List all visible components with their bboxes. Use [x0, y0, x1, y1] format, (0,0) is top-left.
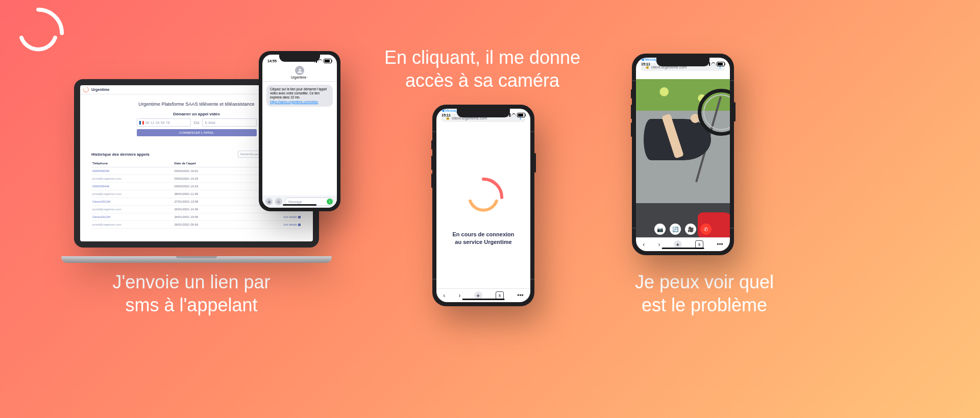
home-indicator	[283, 204, 316, 206]
toggle-video-button[interactable]: 🎥	[685, 224, 696, 235]
caption-line: J'envoie un lien par	[112, 272, 270, 292]
cell-who: pmiel@urgetime.com	[91, 206, 173, 213]
phone-loading-mockup: 15:11 ◀ Messages 🔒 client.urgentime.com …	[432, 105, 534, 306]
urgentime-logo	[10, 5, 66, 61]
caption-step2: En cliquant, il me donne accès à sa camé…	[357, 46, 607, 92]
urgentime-logo-icon	[82, 86, 89, 93]
cell-who: pmiel@urgetime.com	[91, 221, 173, 229]
avatar-icon	[295, 66, 304, 75]
starter-title: Démarrer un appel vidéo	[137, 112, 257, 116]
cell-date: 28/01/2021 11:39	[173, 190, 241, 198]
cell-who: Gérard31194	[91, 213, 173, 221]
caption-line: En cliquant, il me donne	[384, 47, 580, 68]
cell-who: 0300359446	[91, 183, 173, 190]
sms-text: Cliquez sur le lien pour démarrer l'appe…	[270, 87, 327, 99]
table-row[interactable]: Gérard3119426/01/2021 10:09Voir détails	[91, 213, 302, 221]
hangup-button[interactable]: ✆	[700, 224, 712, 235]
nav-forward-icon[interactable]: ›	[458, 292, 460, 299]
video-stream: 📷 🔄 🎥 ✆	[636, 79, 730, 238]
flag-fr-icon	[139, 121, 144, 125]
cell-who: 0300356340	[91, 167, 173, 175]
cell-date: 26/01/2021 14:36	[173, 206, 241, 213]
cell-report[interactable]: Voir détails	[241, 213, 302, 221]
cell-date: 03/02/2021 14:29	[173, 175, 241, 183]
history-title: Historique des derniers appels	[91, 152, 150, 157]
cell-date: 26/01/2021 10:09	[173, 213, 241, 221]
phone-video-mockup: 15:11 ◀ Messages 🔒 client.urgentime.com …	[632, 54, 734, 255]
caption-line: est le problème	[642, 294, 767, 315]
caption-line: accès à sa caméra	[405, 70, 559, 91]
loading-text: En cours de connexion	[452, 231, 514, 237]
cell-who: pmiel@urgetime.com	[91, 175, 173, 183]
wifi-icon	[511, 113, 516, 117]
col-date: Date de l'appel	[173, 160, 241, 167]
clock: 15:11	[641, 62, 650, 66]
loading-text: au service Urgentime	[455, 239, 511, 245]
col-phone: Téléphone	[91, 160, 173, 167]
home-indicator	[462, 299, 505, 300]
battery-icon	[717, 62, 725, 66]
sms-link[interactable]: https://samu.urgentime.com/video	[270, 100, 318, 104]
caption-line: Je peux voir quel	[635, 272, 774, 292]
sms-compose-bar: ◉ A Message ↑	[262, 195, 337, 208]
cell-date: 03/02/2021 16:01	[173, 167, 241, 175]
nav-back-icon[interactable]: ‹	[443, 292, 445, 299]
or-separator: OU	[193, 120, 201, 125]
clock: 15:11	[442, 113, 451, 117]
contact-name: Urgentime	[291, 76, 306, 79]
start-call-button[interactable]: COMMENCER L'APPEL	[137, 129, 257, 136]
caption-step1: J'envoie un lien par sms à l'appelant	[87, 271, 296, 316]
appstore-icon[interactable]: A	[275, 198, 282, 205]
home-indicator	[662, 248, 704, 249]
caption-line: sms à l'appelant	[125, 294, 257, 315]
video-controls: 📷 🔄 🎥 ✆	[636, 224, 730, 235]
sms-bubble: Cliquez sur le lien pour démarrer l'appe…	[266, 85, 333, 107]
brand-name: Urgentime	[91, 87, 110, 92]
phone-sms-mockup: 14:55 Urgentime › Cliquez sur le lien po…	[259, 51, 340, 211]
caption-step3: Je peux voir quel est le problème	[600, 271, 809, 316]
wifi-icon	[711, 62, 716, 66]
nav-forward-icon[interactable]: ›	[658, 241, 660, 248]
send-button[interactable]: ↑	[327, 199, 333, 205]
sms-header: Urgentime ›	[262, 66, 337, 82]
cell-date: 26/01/2021 09:26	[173, 221, 241, 229]
email-placeholder: E-Mail	[205, 120, 215, 125]
clock: 14:55	[267, 59, 277, 63]
cell-who: pmiel@urgetime.com	[91, 190, 173, 198]
table-row[interactable]: pmiel@urgetime.com26/01/2021 09:26Voir d…	[91, 221, 302, 229]
sms-input-placeholder: Message	[288, 200, 302, 204]
camera-icon[interactable]: ◉	[265, 198, 273, 205]
email-input[interactable]: E-Mail	[202, 118, 256, 127]
loading-view: En cours de connexion au service Urgenti…	[436, 132, 530, 289]
cell-date: 27/01/2021 13:58	[173, 198, 241, 206]
cell-date: 03/02/2021 14:23	[173, 183, 241, 190]
nav-back-icon[interactable]: ‹	[643, 241, 645, 248]
nav-more-icon[interactable]: •••	[717, 241, 723, 248]
phone-placeholder: 06 12 34 56 78	[145, 120, 170, 125]
snapshot-button[interactable]: 📷	[654, 224, 666, 235]
switch-camera-button[interactable]: 🔄	[670, 224, 681, 235]
chevron-right-icon: ›	[307, 76, 308, 79]
cell-report[interactable]: Voir détails	[241, 221, 302, 229]
nav-more-icon[interactable]: •••	[517, 292, 524, 299]
phone-input[interactable]: 06 12 34 56 78	[137, 118, 191, 127]
cell-who: Gérard31194	[91, 198, 173, 206]
battery-icon	[517, 113, 525, 117]
battery-icon	[324, 59, 332, 63]
